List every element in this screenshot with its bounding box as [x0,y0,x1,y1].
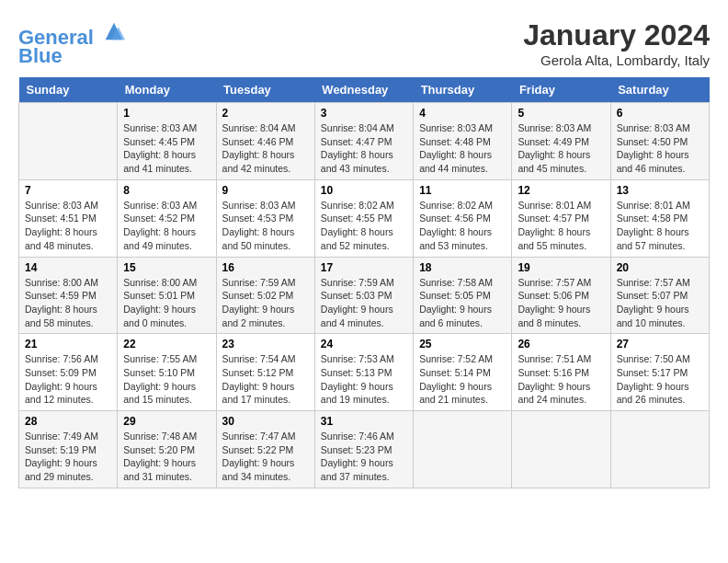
day-number: 4 [419,107,506,120]
calendar-cell: 25Sunrise: 7:52 AM Sunset: 5:14 PM Dayli… [414,334,512,411]
day-info: Sunrise: 7:48 AM Sunset: 5:20 PM Dayligh… [123,430,210,484]
day-info: Sunrise: 8:00 AM Sunset: 5:01 PM Dayligh… [123,276,210,330]
day-info: Sunrise: 8:03 AM Sunset: 4:52 PM Dayligh… [123,199,210,253]
day-number: 21 [25,338,111,350]
day-info: Sunrise: 7:59 AM Sunset: 5:03 PM Dayligh… [321,276,407,330]
calendar-week-row: 1Sunrise: 8:03 AM Sunset: 4:45 PM Daylig… [19,103,710,180]
day-info: Sunrise: 8:01 AM Sunset: 4:57 PM Dayligh… [518,199,604,253]
day-info: Sunrise: 8:03 AM Sunset: 4:45 PM Dayligh… [123,121,210,176]
day-info: Sunrise: 7:59 AM Sunset: 5:02 PM Dayligh… [222,276,309,330]
day-number: 19 [518,261,604,274]
day-number: 26 [518,338,604,350]
calendar-week-row: 21Sunrise: 7:56 AM Sunset: 5:09 PM Dayli… [19,334,710,411]
calendar-cell: 16Sunrise: 7:59 AM Sunset: 5:02 PM Dayli… [216,257,314,334]
day-info: Sunrise: 7:51 AM Sunset: 5:16 PM Dayligh… [518,352,604,407]
weekday-header-sunday: Sunday [19,77,118,103]
calendar-cell: 4Sunrise: 8:03 AM Sunset: 4:48 PM Daylig… [414,103,512,180]
day-number: 28 [25,415,111,428]
calendar-cell: 28Sunrise: 7:49 AM Sunset: 5:19 PM Dayli… [19,411,118,488]
day-number: 18 [419,261,506,274]
calendar-cell: 29Sunrise: 7:48 AM Sunset: 5:20 PM Dayli… [118,411,216,488]
calendar-cell: 20Sunrise: 7:57 AM Sunset: 5:07 PM Dayli… [610,257,709,334]
day-number: 31 [321,415,407,428]
day-number: 17 [321,261,407,274]
day-number: 8 [123,184,210,197]
day-number: 15 [123,261,210,274]
weekday-header-monday: Monday [118,77,216,103]
calendar-cell [19,103,118,180]
calendar-cell: 26Sunrise: 7:51 AM Sunset: 5:16 PM Dayli… [512,334,610,411]
day-info: Sunrise: 8:03 AM Sunset: 4:51 PM Dayligh… [25,199,111,253]
weekday-header-thursday: Thursday [414,77,512,103]
day-info: Sunrise: 7:55 AM Sunset: 5:10 PM Dayligh… [123,352,210,407]
day-number: 27 [617,338,703,350]
logo-icon [101,18,127,44]
calendar-cell: 3Sunrise: 8:04 AM Sunset: 4:47 PM Daylig… [314,103,413,180]
day-number: 13 [617,184,703,197]
day-number: 22 [123,338,210,350]
day-info: Sunrise: 7:53 AM Sunset: 5:13 PM Dayligh… [321,352,407,407]
day-number: 24 [321,338,407,350]
weekday-header-saturday: Saturday [610,77,709,103]
location: Gerola Alta, Lombardy, Italy [523,52,710,68]
day-number: 23 [222,338,309,350]
page-header: General Blue January 2024 Gerola Alta, L… [18,18,710,68]
calendar-cell: 7Sunrise: 8:03 AM Sunset: 4:51 PM Daylig… [19,179,118,257]
day-info: Sunrise: 8:02 AM Sunset: 4:56 PM Dayligh… [419,199,506,253]
day-number: 12 [518,184,604,197]
day-number: 25 [419,338,506,350]
day-info: Sunrise: 8:04 AM Sunset: 4:46 PM Dayligh… [222,121,309,176]
calendar-cell [414,411,512,488]
calendar-cell: 23Sunrise: 7:54 AM Sunset: 5:12 PM Dayli… [216,334,314,411]
day-number: 14 [25,261,111,274]
calendar-cell: 1Sunrise: 8:03 AM Sunset: 4:45 PM Daylig… [118,103,216,180]
day-number: 29 [123,415,210,428]
day-number: 6 [617,107,703,120]
weekday-header-tuesday: Tuesday [216,77,314,103]
day-info: Sunrise: 7:57 AM Sunset: 5:07 PM Dayligh… [617,276,703,330]
day-number: 5 [518,107,604,120]
weekday-header-wednesday: Wednesday [314,77,413,103]
day-number: 10 [321,184,407,197]
day-info: Sunrise: 8:03 AM Sunset: 4:49 PM Dayligh… [518,121,604,176]
calendar-cell: 17Sunrise: 7:59 AM Sunset: 5:03 PM Dayli… [314,257,413,334]
day-info: Sunrise: 8:02 AM Sunset: 4:55 PM Dayligh… [321,199,407,253]
day-number: 16 [222,261,309,274]
calendar-cell: 19Sunrise: 7:57 AM Sunset: 5:06 PM Dayli… [512,257,610,334]
day-number: 1 [123,107,210,120]
day-info: Sunrise: 8:03 AM Sunset: 4:48 PM Dayligh… [419,121,506,176]
calendar-week-row: 7Sunrise: 8:03 AM Sunset: 4:51 PM Daylig… [19,179,710,257]
calendar-cell: 6Sunrise: 8:03 AM Sunset: 4:50 PM Daylig… [610,103,709,180]
weekday-header-row: SundayMondayTuesdayWednesdayThursdayFrid… [19,77,710,103]
day-info: Sunrise: 7:54 AM Sunset: 5:12 PM Dayligh… [222,352,309,407]
day-number: 11 [419,184,506,197]
day-info: Sunrise: 8:03 AM Sunset: 4:53 PM Dayligh… [222,199,309,253]
day-info: Sunrise: 8:01 AM Sunset: 4:58 PM Dayligh… [617,199,703,253]
day-info: Sunrise: 7:57 AM Sunset: 5:06 PM Dayligh… [518,276,604,330]
calendar-cell: 2Sunrise: 8:04 AM Sunset: 4:46 PM Daylig… [216,103,314,180]
calendar-cell: 10Sunrise: 8:02 AM Sunset: 4:55 PM Dayli… [314,179,413,257]
day-number: 2 [222,107,309,120]
day-number: 3 [321,107,407,120]
day-info: Sunrise: 7:50 AM Sunset: 5:17 PM Dayligh… [617,352,703,407]
calendar-cell: 12Sunrise: 8:01 AM Sunset: 4:57 PM Dayli… [512,179,610,257]
calendar-cell: 14Sunrise: 8:00 AM Sunset: 4:59 PM Dayli… [19,257,118,334]
day-number: 30 [222,415,309,428]
day-info: Sunrise: 7:56 AM Sunset: 5:09 PM Dayligh… [25,352,111,407]
day-info: Sunrise: 8:03 AM Sunset: 4:50 PM Dayligh… [617,121,703,176]
calendar-cell: 30Sunrise: 7:47 AM Sunset: 5:22 PM Dayli… [216,411,314,488]
calendar-cell: 24Sunrise: 7:53 AM Sunset: 5:13 PM Dayli… [314,334,413,411]
day-info: Sunrise: 7:49 AM Sunset: 5:19 PM Dayligh… [25,430,111,484]
day-info: Sunrise: 8:04 AM Sunset: 4:47 PM Dayligh… [321,121,407,176]
calendar-week-row: 14Sunrise: 8:00 AM Sunset: 4:59 PM Dayli… [19,257,710,334]
logo: General Blue [18,18,127,67]
day-info: Sunrise: 8:00 AM Sunset: 4:59 PM Dayligh… [25,276,111,330]
calendar-cell [610,411,709,488]
calendar-cell: 31Sunrise: 7:46 AM Sunset: 5:23 PM Dayli… [314,411,413,488]
day-info: Sunrise: 7:47 AM Sunset: 5:22 PM Dayligh… [222,430,309,484]
calendar-cell: 9Sunrise: 8:03 AM Sunset: 4:53 PM Daylig… [216,179,314,257]
calendar-cell: 22Sunrise: 7:55 AM Sunset: 5:10 PM Dayli… [118,334,216,411]
calendar-cell: 5Sunrise: 8:03 AM Sunset: 4:49 PM Daylig… [512,103,610,180]
day-info: Sunrise: 7:46 AM Sunset: 5:23 PM Dayligh… [321,430,407,484]
calendar-cell: 18Sunrise: 7:58 AM Sunset: 5:05 PM Dayli… [414,257,512,334]
